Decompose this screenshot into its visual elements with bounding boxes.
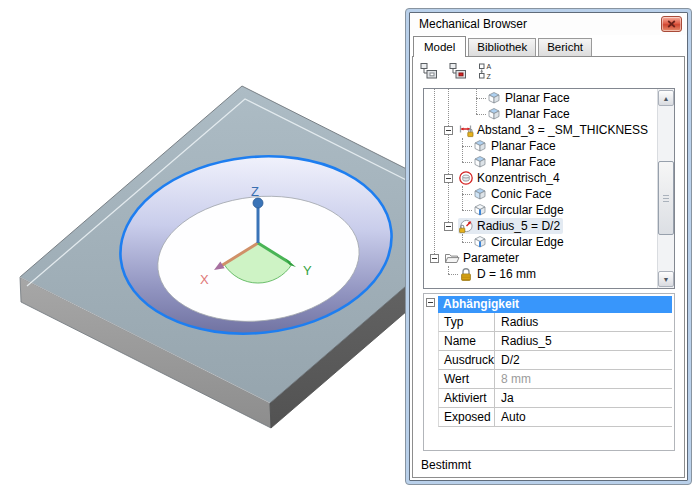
tree-item-content: Planar Face [486,106,573,122]
ucs-z-ball [253,198,263,208]
tree-item[interactable]: Planar Face [424,90,657,106]
property-table: Abhängigkeit TypRadiusNameRadius_5Ausdru… [438,296,672,427]
expander-minus[interactable] [444,174,453,183]
tab-page-model: A Z Planar Face Planar Face Abstand_3 = … [412,56,685,478]
sort-az-icon[interactable]: A Z [477,61,497,81]
property-label: Exposed [439,408,495,426]
folder-open-icon [444,250,460,266]
tree-item[interactable]: Abstand_3 = _SM_THICKNESS [424,122,657,138]
scroll-thumb[interactable] [658,161,674,235]
property-row: Wert8 mm [438,370,672,389]
property-label: Name [439,332,495,350]
svg-text:Z: Z [487,73,492,80]
tab-bericht[interactable]: Bericht [538,38,592,56]
ucs-label-x: X [200,272,209,287]
tree-item-content: D = 16 mm [458,266,539,282]
circular-edge-icon [472,202,488,218]
tab-model[interactable]: Model [413,36,466,57]
titlebar[interactable]: Mechanical Browser [410,13,687,35]
expander-minus[interactable] [444,126,453,135]
radius-constraint-icon [458,218,474,234]
property-row: NameRadius_5 [438,332,672,351]
tree-item[interactable]: Planar Face [424,154,657,170]
svg-text:A: A [487,63,492,70]
expander-minus[interactable] [430,254,439,263]
distance-constraint-icon [458,122,474,138]
property-value[interactable]: D/2 [495,351,672,369]
tree-item-content: Conic Face [472,186,555,202]
expander-minus[interactable] [444,222,453,231]
tree-item-label: Planar Face [488,139,559,154]
tree-item-label: Planar Face [502,107,573,122]
feature-tree: Planar Face Planar Face Abstand_3 = _SM_… [423,88,675,289]
property-value[interactable]: Ja [495,389,672,407]
planar-face-icon [486,90,502,106]
tree-item-content: Abstand_3 = _SM_THICKNESS [458,122,651,138]
property-value[interactable]: Auto [495,408,672,426]
tree-scrollbar[interactable]: ▲ ▼ [657,89,674,288]
tree-item[interactable]: Circular Edge [424,202,657,218]
property-row: AusdruckD/2 [438,351,672,370]
tree-item-content: Circular Edge [472,234,567,250]
tree-item-content: Planar Face [472,154,559,170]
tree-item[interactable]: Konzentrisch_4 [424,170,657,186]
tree-item[interactable]: Parameter [424,250,657,266]
close-button[interactable] [661,16,682,32]
tree-item-content: Konzentrisch_4 [458,170,563,186]
tree-item-label: Radius_5 = D/2 [474,219,563,234]
tree-item-label: Abstand_3 = _SM_THICKNESS [474,123,651,138]
property-label: Ausdruck [439,351,495,369]
tree-item-label: Circular Edge [488,203,567,218]
tree-item-content: Circular Edge [472,202,567,218]
tree-item-content: Parameter [444,250,522,266]
tree-item[interactable]: Planar Face [424,138,657,154]
tree-item-label: Circular Edge [488,235,567,250]
ucs-label-y: Y [303,263,312,278]
property-section-header: Abhängigkeit [438,296,672,313]
circular-edge-icon [472,234,488,250]
property-label: Wert [439,370,495,388]
tree-item-label: Parameter [460,251,522,266]
conic-face-icon [472,186,488,202]
scroll-up-button[interactable]: ▲ [658,90,674,106]
property-panel: Abhängigkeit TypRadiusNameRadius_5Ausdru… [423,293,675,451]
tab-bibliothek[interactable]: Bibliothek [468,38,536,56]
browser-toolbar: A Z [419,61,497,81]
ucs-label-z: Z [251,184,259,199]
browser-structure-highlight-icon[interactable] [448,61,468,81]
tree-item-selected: Radius_5 = D/2 [458,218,563,234]
tree-rows: Planar Face Planar Face Abstand_3 = _SM_… [424,89,657,288]
tree-item[interactable]: D = 16 mm [424,266,657,282]
collapse-section-button[interactable] [426,298,435,307]
planar-face-icon [472,138,488,154]
tree-item[interactable]: Conic Face [424,186,657,202]
screen: Z X Y Mechanical Browser ModelBibliothek… [0,0,696,493]
property-label: Typ [439,313,495,331]
property-label: Aktiviert [439,389,495,407]
scroll-down-button[interactable]: ▼ [658,271,674,287]
browser-structure-icon[interactable] [419,61,439,81]
planar-face-icon [472,154,488,170]
tree-item-label: Planar Face [488,155,559,170]
tree-item-content: Planar Face [472,138,559,154]
property-row: TypRadius [438,313,672,332]
window-title: Mechanical Browser [419,17,527,31]
tab-strip: ModelBibliothekBericht [413,35,684,57]
planar-face-icon [486,106,502,122]
locked-parameter-icon [458,266,474,282]
tree-item[interactable]: Circular Edge [424,234,657,250]
close-icon [667,20,676,28]
property-value[interactable]: Radius_5 [495,332,672,350]
tree-item-label: Conic Face [488,187,555,202]
property-row: ExposedAuto [438,408,672,427]
tree-item-label: Planar Face [502,91,573,106]
property-value[interactable]: Radius [495,313,672,331]
tree-item-label: D = 16 mm [474,267,539,282]
status-text: Bestimmt [421,458,471,472]
tree-item[interactable]: Radius_5 = D/2 [424,218,657,234]
property-value[interactable]: 8 mm [495,370,672,388]
tree-item[interactable]: Planar Face [424,106,657,122]
tree-item-content: Planar Face [486,90,573,106]
tree-item-label: Konzentrisch_4 [474,171,563,186]
property-row: AktiviertJa [438,389,672,408]
